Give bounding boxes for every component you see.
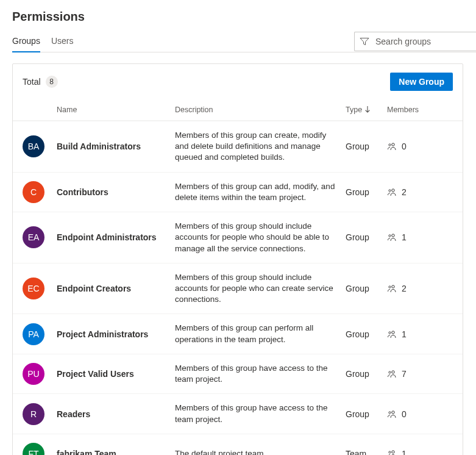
search-input[interactable] (374, 36, 471, 47)
group-type: Group (346, 369, 387, 379)
members-count: 2 (402, 284, 407, 293)
col-name-header[interactable]: Name (57, 106, 175, 114)
members-icon (387, 232, 397, 242)
members-icon (387, 187, 397, 197)
svg-point-9 (389, 332, 391, 334)
table-row[interactable]: PUProject Valid UsersMembers of this gro… (13, 354, 463, 393)
svg-point-4 (392, 234, 394, 237)
search-box[interactable] (354, 32, 476, 51)
members-count: 7 (402, 369, 407, 379)
filter-icon (360, 37, 369, 46)
group-name[interactable]: fabrikam Team (57, 449, 175, 455)
avatar: C (23, 181, 44, 203)
svg-point-2 (392, 189, 394, 192)
members-count: 2 (402, 187, 407, 197)
svg-point-5 (389, 235, 391, 237)
table-header: Name Description Type Members (13, 99, 463, 121)
svg-point-8 (392, 331, 394, 333)
groups-card: Total 8 New Group Name Description Type … (12, 63, 463, 455)
group-type: Group (346, 409, 387, 419)
table-row[interactable]: ECEndpoint CreatorsMembers of this group… (13, 263, 463, 314)
tab-groups[interactable]: Groups (12, 31, 40, 52)
group-members: 2 (387, 284, 460, 293)
group-description: Members of this group can create, modify… (175, 130, 346, 163)
members-count: 1 (402, 232, 407, 242)
group-name[interactable]: Contributors (57, 187, 175, 197)
group-type: Group (346, 142, 387, 151)
col-members-header[interactable]: Members (387, 106, 460, 114)
table-row[interactable]: PAProject AdministratorsMembers of this … (13, 313, 463, 353)
group-description: Members of this group should include acc… (175, 221, 346, 254)
total-label: Total (23, 77, 41, 87)
table-row[interactable]: FTfabrikam TeamThe default project team.… (13, 434, 463, 455)
group-description: Members of this group can perform all op… (175, 323, 346, 345)
svg-point-0 (392, 143, 394, 146)
members-count: 0 (402, 142, 407, 151)
table-body: BABuild AdministratorsMembers of this gr… (13, 121, 463, 455)
table-row[interactable]: RReadersMembers of this group have acces… (13, 393, 463, 433)
avatar: BA (23, 135, 44, 157)
search-wrap (354, 32, 476, 51)
svg-point-6 (392, 285, 394, 288)
group-name[interactable]: Build Administrators (57, 142, 175, 151)
avatar: R (23, 403, 44, 425)
group-name[interactable]: Project Administrators (57, 329, 175, 339)
members-icon (387, 409, 397, 419)
members-icon (387, 284, 397, 293)
members-icon (387, 449, 397, 455)
group-name[interactable]: Endpoint Administrators (57, 232, 175, 242)
svg-point-15 (389, 451, 391, 453)
group-type: Team (346, 449, 387, 455)
members-icon (387, 142, 397, 151)
svg-point-3 (389, 190, 391, 192)
group-name[interactable]: Project Valid Users (57, 369, 175, 379)
svg-point-13 (389, 411, 391, 413)
avatar: EA (23, 226, 44, 248)
svg-point-11 (389, 371, 391, 373)
group-description: Members of this group can add, modify, a… (175, 181, 346, 203)
avatar: FT (23, 443, 44, 455)
group-members: 1 (387, 232, 460, 242)
sort-desc-icon (364, 106, 371, 113)
group-members: 1 (387, 329, 460, 339)
svg-point-1 (389, 144, 391, 146)
avatar: PA (23, 323, 44, 345)
total-count-badge: 8 (46, 76, 58, 88)
table-row[interactable]: EAEndpoint AdministratorsMembers of this… (13, 212, 463, 263)
col-description-header[interactable]: Description (175, 106, 346, 114)
col-type-header[interactable]: Type (346, 106, 387, 114)
group-description: The default project team. (175, 448, 346, 455)
tabs: Groups Users (12, 31, 73, 52)
group-name[interactable]: Readers (57, 409, 175, 419)
page-title: Permissions (12, 10, 476, 24)
table-row[interactable]: BABuild AdministratorsMembers of this gr… (13, 121, 463, 172)
group-members: 0 (387, 409, 460, 419)
table-row[interactable]: CContributorsMembers of this group can a… (13, 172, 463, 212)
svg-point-14 (392, 451, 394, 453)
svg-point-7 (389, 286, 391, 288)
group-description: Members of this group have access to the… (175, 403, 346, 425)
group-type: Group (346, 232, 387, 242)
card-header: Total 8 New Group (13, 64, 463, 99)
group-description: Members of this group have access to the… (175, 363, 346, 385)
group-type: Group (346, 187, 387, 197)
avatar: PU (23, 363, 44, 385)
group-members: 7 (387, 369, 460, 379)
group-description: Members of this group should include acc… (175, 272, 346, 306)
group-members: 1 (387, 449, 460, 455)
avatar: EC (23, 278, 44, 299)
total-wrap: Total 8 (23, 76, 58, 88)
members-count: 1 (402, 329, 407, 339)
col-type-label: Type (346, 106, 362, 114)
group-members: 2 (387, 187, 460, 197)
group-type: Group (346, 284, 387, 293)
new-group-button[interactable]: New Group (390, 73, 453, 91)
group-name[interactable]: Endpoint Creators (57, 284, 175, 293)
group-members: 0 (387, 142, 460, 151)
members-icon (387, 329, 397, 339)
svg-point-12 (392, 410, 394, 413)
members-count: 1 (402, 449, 407, 455)
members-icon (387, 369, 397, 379)
tab-users[interactable]: Users (51, 31, 74, 52)
svg-point-10 (392, 371, 394, 373)
